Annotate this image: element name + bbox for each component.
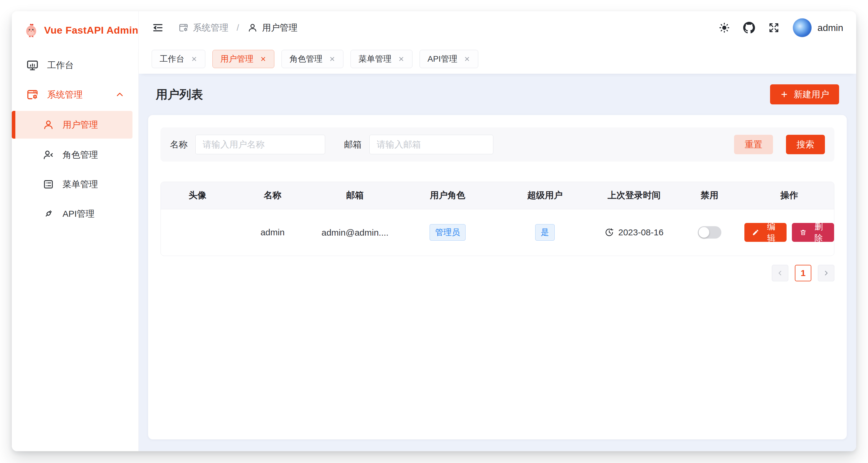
table-header-row: 头像 名称 邮箱 用户角色 超级用户 上次登录时间 禁用 操作	[161, 182, 834, 209]
reset-button[interactable]: 重置	[734, 135, 773, 154]
name-filter-label: 名称	[170, 139, 188, 151]
chevron-left-icon	[776, 269, 784, 277]
tabbar: 工作台 用户管理 角色管理 菜单管理 API管理	[139, 44, 856, 74]
tab-label: 用户管理	[220, 54, 253, 65]
tab-label: 菜单管理	[359, 54, 392, 65]
cell-name: admin	[234, 209, 311, 256]
chick-logo-icon	[25, 20, 37, 40]
sidebar-item-user-management[interactable]: 用户管理	[12, 111, 132, 139]
sidebar-item-system[interactable]: 系统管理	[18, 81, 132, 108]
sidebar-collapse-icon[interactable]	[152, 22, 164, 34]
close-icon[interactable]	[329, 56, 336, 62]
disabled-toggle[interactable]	[698, 226, 721, 239]
tab-user-management[interactable]: 用户管理	[212, 50, 274, 68]
brand-logo[interactable]: Vue FastAPI Admin	[12, 11, 138, 49]
page-title: 用户列表	[156, 87, 203, 103]
create-user-label: 新建用户	[794, 89, 829, 101]
breadcrumb-separator: /	[237, 23, 239, 33]
last-login-text: 2023-08-16	[618, 227, 663, 237]
close-icon[interactable]	[398, 56, 404, 62]
tab-menu-management[interactable]: 菜单管理	[350, 50, 412, 68]
create-user-button[interactable]: 新建用户	[770, 84, 839, 104]
list-icon	[42, 178, 54, 190]
delete-button[interactable]: 删除	[792, 223, 834, 242]
trash-icon	[800, 229, 807, 236]
sidebar-item-label: 角色管理	[63, 149, 98, 161]
window-gear-icon	[26, 88, 39, 101]
col-actions: 操作	[744, 182, 834, 209]
sidebar-item-label: 用户管理	[63, 119, 98, 131]
user-table: 头像 名称 邮箱 用户角色 超级用户 上次登录时间 禁用 操作	[160, 181, 834, 256]
sidebar-nav: 工作台 系统管理 用户管	[12, 49, 138, 230]
close-icon[interactable]	[464, 56, 470, 62]
theme-sun-icon[interactable]	[718, 22, 730, 34]
page-head: 用户列表 新建用户	[148, 84, 847, 104]
col-disabled: 禁用	[675, 182, 744, 209]
name-filter-input[interactable]	[195, 135, 325, 154]
filter-panel: 名称 邮箱 重置 搜索	[160, 127, 834, 162]
role-tag: 管理员	[430, 224, 466, 241]
pagination-page-1[interactable]: 1	[795, 265, 811, 282]
sidebar-item-label: 工作台	[47, 59, 74, 71]
delete-label: 删除	[811, 221, 827, 243]
username: admin	[817, 23, 843, 33]
user-list-card: 名称 邮箱 重置 搜索	[148, 115, 847, 439]
col-last-login: 上次登录时间	[594, 182, 675, 209]
cell-last-login: 2023-08-16	[594, 227, 675, 237]
cell-avatar	[161, 209, 234, 256]
sidebar-item-label: 系统管理	[47, 89, 83, 101]
sidebar-item-role-management[interactable]: 角色管理	[18, 141, 132, 168]
cell-email: admin@admin....	[321, 228, 389, 238]
page-content: 用户列表 新建用户 名称 邮箱 重置 搜索	[139, 74, 856, 451]
breadcrumb-label: 用户管理	[262, 22, 298, 34]
person-icon	[42, 119, 54, 131]
window-gear-icon	[178, 23, 189, 33]
tab-label: 工作台	[160, 54, 184, 65]
breadcrumb-item-system[interactable]: 系统管理	[178, 22, 228, 34]
user-avatar	[793, 18, 812, 37]
sidebar: Vue FastAPI Admin 工作台 系统管理	[12, 11, 139, 451]
email-filter-label: 邮箱	[344, 139, 362, 151]
edit-button[interactable]: 编辑	[744, 223, 786, 242]
pencil-icon	[752, 229, 759, 236]
tab-workbench[interactable]: 工作台	[152, 50, 205, 68]
clock-refresh-icon	[604, 228, 614, 237]
breadcrumb: 系统管理 / 用户管理	[178, 22, 298, 34]
close-icon[interactable]	[260, 56, 267, 62]
close-icon[interactable]	[191, 56, 197, 62]
breadcrumb-label: 系统管理	[193, 22, 228, 34]
table-row: admin admin@admin.... 管理员 是	[161, 209, 834, 256]
person-chevron-icon	[42, 149, 54, 161]
email-filter-input[interactable]	[369, 135, 493, 154]
search-button[interactable]: 搜索	[786, 135, 825, 154]
pagination-prev-button[interactable]	[772, 265, 788, 282]
toggle-knob	[699, 227, 709, 238]
plug-icon	[42, 208, 54, 220]
brand-title: Vue FastAPI Admin	[44, 25, 138, 36]
breadcrumb-item-user[interactable]: 用户管理	[247, 22, 298, 34]
col-avatar: 头像	[161, 182, 234, 209]
col-name: 名称	[234, 182, 311, 209]
sidebar-item-label: API管理	[63, 208, 94, 220]
tab-label: 角色管理	[289, 54, 322, 65]
col-email: 邮箱	[311, 182, 399, 209]
person-icon	[247, 23, 258, 33]
chevron-up-icon	[115, 90, 125, 100]
tab-role-management[interactable]: 角色管理	[281, 50, 343, 68]
pagination: 1	[160, 265, 834, 282]
chevron-right-icon	[822, 269, 830, 277]
col-superuser: 超级用户	[496, 182, 594, 209]
github-icon[interactable]	[743, 22, 755, 34]
pagination-next-button[interactable]	[818, 265, 834, 282]
sidebar-item-menu-management[interactable]: 菜单管理	[18, 171, 132, 198]
edit-label: 编辑	[764, 221, 779, 243]
fullscreen-expand-icon[interactable]	[768, 22, 780, 34]
superuser-tag: 是	[535, 224, 555, 241]
plus-icon	[780, 90, 788, 99]
main-area: 系统管理 / 用户管理	[139, 11, 856, 451]
user-menu[interactable]: admin	[793, 18, 843, 37]
tab-api-management[interactable]: API管理	[420, 50, 478, 68]
topbar: 系统管理 / 用户管理	[139, 11, 856, 44]
sidebar-item-api-management[interactable]: API管理	[18, 201, 132, 227]
sidebar-item-workbench[interactable]: 工作台	[18, 52, 132, 78]
